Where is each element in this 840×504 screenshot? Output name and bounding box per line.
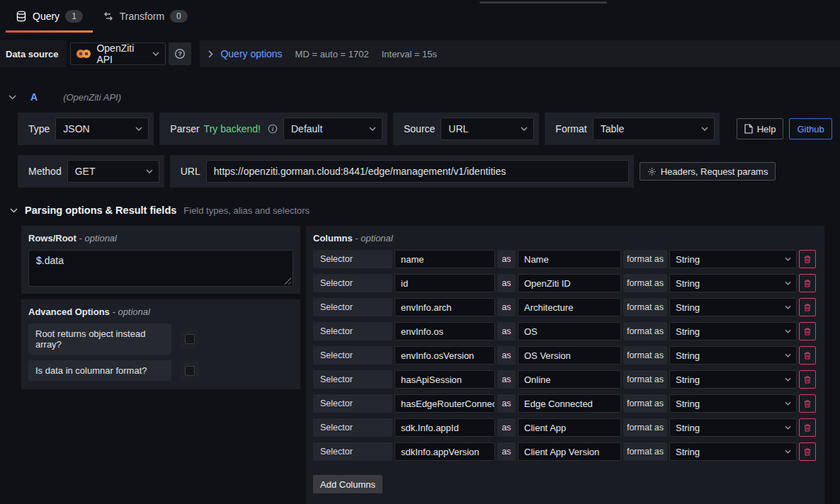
delete-column-button[interactable] [799, 322, 816, 340]
datasource-picker[interactable]: OpenZiti API [70, 42, 166, 65]
format-select[interactable]: String [669, 322, 797, 340]
method-select[interactable]: GET [67, 160, 159, 183]
database-icon [16, 11, 27, 22]
selector-input[interactable]: envInfo.os [395, 322, 495, 340]
selector-input[interactable]: hasApiSession [395, 370, 495, 389]
chevron-down-icon [785, 329, 791, 333]
delete-column-button[interactable] [799, 298, 816, 316]
format-select-value: Table [601, 123, 624, 134]
query-row-header[interactable]: A (OpenZiti API) [8, 86, 840, 108]
delete-column-button[interactable] [799, 442, 816, 461]
format-select[interactable]: String [669, 274, 797, 292]
tab-transform[interactable]: Transform 0 [93, 0, 198, 33]
alias-input[interactable]: Edge Connected [518, 394, 621, 413]
selector-input[interactable]: sdk.Info.appId [395, 418, 495, 437]
alias-input[interactable]: Client App Version [518, 442, 621, 461]
source-label: Source [398, 123, 441, 134]
trash-icon [803, 255, 812, 264]
format-select-value: String [676, 326, 700, 337]
add-columns-button[interactable]: Add Columns [313, 475, 382, 493]
alias-input[interactable]: OS [518, 322, 621, 340]
headers-request-params-button[interactable]: Headers, Request params [640, 162, 776, 181]
url-input[interactable]: https://openziti.gorman.cloud:8441/edge/… [206, 160, 629, 183]
parser-select[interactable]: Default [283, 118, 382, 140]
resize-grip-icon[interactable] [284, 277, 291, 285]
alias-input[interactable]: Name [518, 250, 621, 268]
question-circle-icon: ? [174, 48, 186, 59]
url-label: URL [175, 166, 206, 177]
datasource-label: Data source [0, 40, 67, 67]
info-circle-icon[interactable]: i [268, 124, 278, 134]
collapse-chevron-icon[interactable] [8, 95, 16, 100]
delete-column-button[interactable] [799, 346, 816, 365]
source-select[interactable]: URL [441, 118, 534, 140]
collapse-chevron-icon[interactable] [10, 208, 18, 213]
format-select[interactable]: Table [593, 118, 715, 140]
help-button[interactable]: Help [737, 118, 784, 139]
selector-input[interactable]: envInfo.arch [395, 298, 495, 316]
as-label: as [497, 250, 516, 268]
format-as-label: format as [623, 298, 667, 316]
chevron-right-icon[interactable] [208, 50, 213, 58]
column-row: Selector envInfo.arch as Architecture fo… [313, 298, 816, 316]
chevron-down-icon [785, 305, 791, 309]
format-select-value: String [676, 350, 700, 361]
parsing-options-header[interactable]: Parsing options & Result fields Field ty… [10, 205, 840, 216]
query-options-link[interactable]: Query options [220, 48, 282, 59]
selector-input[interactable]: name [395, 250, 495, 268]
alias-input[interactable]: Client App [518, 418, 621, 437]
selector-input[interactable]: id [395, 274, 495, 292]
format-select[interactable]: String [669, 370, 797, 389]
format-select[interactable]: String [669, 250, 797, 268]
editor-row-1: Type JSON ParserTry backend! i Default S… [18, 113, 824, 145]
type-select-value: JSON [63, 123, 89, 134]
source-select-value: URL [448, 123, 468, 134]
pane-drag-handle[interactable] [479, 1, 607, 4]
column-row: Selector sdk.Info.appId as Client App fo… [313, 418, 816, 437]
format-select[interactable]: String [669, 418, 797, 437]
datasource-help-button[interactable]: ? [169, 42, 191, 65]
rows-root-panel: Rows/Root - optional $.data [21, 226, 300, 294]
tab-transform-label: Transform [120, 11, 164, 22]
trash-icon [803, 279, 812, 288]
format-select[interactable]: String [669, 394, 797, 413]
selector-label: Selector [313, 346, 392, 365]
try-backend-hint: Try backend! [204, 123, 261, 134]
alias-input[interactable]: Architecture [518, 298, 621, 316]
tab-query[interactable]: Query 1 [6, 0, 93, 33]
alias-input[interactable]: OpenZiti ID [518, 274, 621, 292]
editor-tab-bar: Query 1 Transform 0 [0, 0, 840, 33]
delete-column-button[interactable] [799, 274, 816, 292]
github-button[interactable]: Github [789, 118, 832, 139]
format-as-label: format as [623, 370, 667, 389]
delete-column-button[interactable] [799, 250, 816, 268]
selector-input[interactable]: envInfo.osVersion [395, 346, 495, 365]
type-select[interactable]: JSON [55, 118, 149, 140]
query-toolbar: Data source OpenZiti API ? Query options… [0, 40, 840, 67]
parser-field-group: ParserTry backend! i Default [159, 113, 387, 145]
tab-query-count-badge: 1 [65, 10, 83, 23]
column-row: Selector envInfo.osVersion as OS Version… [313, 346, 816, 365]
format-as-label: format as [623, 394, 667, 413]
as-label: as [497, 370, 516, 389]
selector-input[interactable]: sdkInfo.appVersion [395, 442, 495, 461]
delete-column-button[interactable] [799, 394, 816, 413]
alias-input[interactable]: OS Version [518, 346, 621, 365]
selector-input[interactable]: hasEdgeRouterConnection [395, 394, 495, 413]
alias-input[interactable]: Online [518, 370, 621, 389]
chevron-down-icon [785, 401, 791, 406]
format-select[interactable]: String [669, 346, 797, 365]
format-select[interactable]: String [669, 442, 797, 461]
method-select-value: GET [75, 166, 96, 177]
parsing-options-title: Parsing options & Result fields [25, 205, 176, 216]
columnar-format-checkbox[interactable] [181, 362, 199, 380]
delete-column-button[interactable] [799, 418, 816, 437]
format-select[interactable]: String [669, 298, 797, 316]
delete-column-button[interactable] [799, 370, 816, 389]
format-label: Format [550, 123, 592, 134]
help-button-label: Help [757, 124, 776, 134]
root-returns-object-label: Root returns object instead array? [28, 323, 171, 355]
root-returns-object-checkbox[interactable] [181, 330, 199, 348]
editor-row-2: Method GET URL https://openziti.gorman.c… [18, 155, 824, 188]
rows-root-textarea[interactable]: $.data [28, 250, 293, 287]
